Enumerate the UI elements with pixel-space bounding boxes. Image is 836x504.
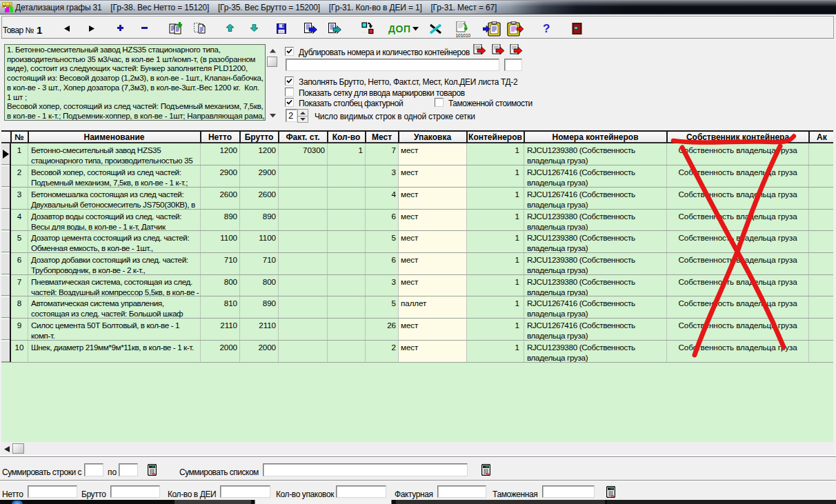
svg-text:101010: 101010 bbox=[456, 33, 471, 38]
